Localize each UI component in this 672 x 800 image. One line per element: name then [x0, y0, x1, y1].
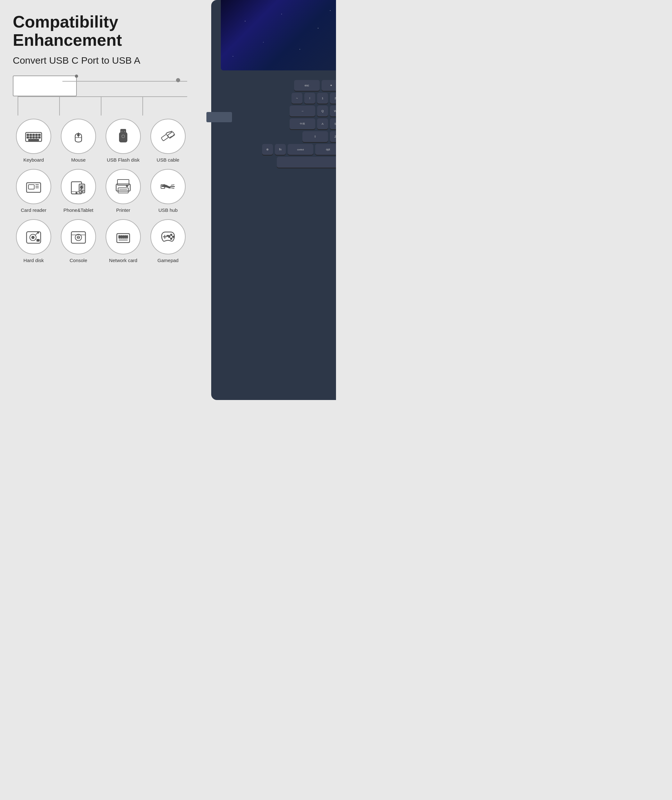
opt-key[interactable]: opt [315, 144, 336, 155]
icon-keyboard: Keyboard [13, 119, 54, 163]
svg-rect-9 [35, 137, 37, 138]
branch-lines [13, 96, 192, 115]
keyboard-area: esc ✦ ~ ! 1 2 → Q W 中/英 A S ⇧ Z [211, 74, 336, 176]
svg-rect-18 [124, 131, 125, 133]
icon-circle-usb-flash [106, 119, 141, 154]
z-key[interactable]: Z [330, 131, 336, 142]
icon-usb-hub: USB hub [147, 169, 189, 213]
w-key[interactable]: W [330, 106, 336, 117]
usb-cable-label: USB cable [157, 157, 179, 163]
svg-rect-60 [126, 235, 128, 238]
svg-point-30 [76, 192, 77, 194]
icon-phone-tablet: Phone&Tablet [58, 169, 99, 213]
network-card-label: Network card [109, 258, 137, 263]
svg-rect-21 [161, 134, 168, 141]
icon-console: Console [58, 219, 99, 263]
svg-rect-49 [37, 239, 39, 241]
svg-rect-5 [38, 134, 40, 136]
screen-stars [221, 0, 336, 70]
svg-line-47 [35, 233, 37, 235]
svg-rect-24 [29, 185, 34, 189]
globe-key[interactable]: ⊕ [262, 144, 273, 155]
vline-3 [101, 96, 101, 115]
caps-key[interactable]: 中/英 [290, 118, 315, 129]
printer-label: Printer [116, 207, 130, 213]
gamepad-label: Gamepad [157, 258, 179, 263]
key-row-caps: 中/英 A S [216, 118, 336, 129]
s-key[interactable]: S [330, 118, 336, 129]
icon-circle-gamepad [150, 219, 186, 254]
icon-circle-mouse [61, 119, 96, 154]
hard-disk-label: Hard disk [23, 258, 43, 263]
subtitle: Convert USB C Port to USB A [13, 55, 198, 66]
vline-1 [18, 96, 18, 115]
laptop-area: esc ✦ ~ ! 1 2 → Q W 中/英 A S ⇧ Z [198, 0, 336, 400]
svg-point-70 [168, 235, 170, 237]
svg-rect-56 [119, 235, 120, 238]
icon-printer: Printer [102, 169, 144, 213]
key-row-shift: ⇧ Z [216, 131, 336, 142]
key-row-space [216, 157, 336, 168]
svg-point-68 [171, 238, 172, 240]
icon-circle-keyboard [16, 119, 51, 154]
content-area: Compatibility Enhancement Convert USB C … [0, 0, 211, 400]
connector-diagram [13, 75, 198, 115]
svg-rect-3 [33, 134, 35, 136]
vline-4 [142, 96, 143, 115]
connect-dot [176, 78, 180, 82]
icon-circle-printer [106, 169, 141, 204]
a-key[interactable]: A [317, 118, 328, 129]
connector-dot [75, 75, 78, 78]
svg-rect-8 [33, 137, 35, 138]
h-line [18, 96, 187, 97]
icon-usb-cable: USB cable [147, 119, 189, 163]
svg-rect-59 [125, 235, 126, 238]
esc-key[interactable]: esc [294, 80, 320, 91]
keyboard-label: Keyboard [23, 157, 44, 163]
icon-circle-network-card [106, 219, 141, 254]
icon-circle-phone-tablet [61, 169, 96, 204]
svg-rect-10 [38, 137, 40, 138]
key-row-tab: → Q W [216, 106, 336, 117]
two-key[interactable]: 2 [330, 93, 336, 104]
key-row-1: esc ✦ [216, 80, 336, 91]
svg-point-65 [171, 234, 172, 236]
key-row-fn: ⊕ fn control opt [216, 144, 336, 155]
icon-circle-console [61, 219, 96, 254]
control-key[interactable]: control [288, 144, 313, 155]
svg-rect-42 [163, 186, 165, 187]
one-key[interactable]: 1 [317, 93, 328, 104]
usb-flash-label: USB Flash disk [107, 157, 140, 163]
svg-rect-34 [117, 179, 129, 185]
svg-point-69 [167, 235, 168, 237]
f1-key[interactable]: ✦ [322, 80, 336, 91]
usb-box [13, 75, 77, 96]
icon-hard-disk: Hard disk [13, 219, 54, 263]
icon-circle-hard-disk [16, 219, 51, 254]
svg-rect-7 [30, 137, 32, 138]
laptop-screen [221, 0, 336, 70]
svg-point-66 [173, 236, 174, 238]
console-label: Console [69, 258, 87, 263]
icons-grid: Keyboard Mouse [13, 119, 198, 263]
laptop-body: esc ✦ ~ ! 1 2 → Q W 中/英 A S ⇧ Z [211, 0, 336, 400]
icon-mouse: Mouse [58, 119, 99, 163]
svg-rect-11 [29, 139, 39, 141]
svg-rect-2 [30, 134, 32, 136]
svg-point-13 [77, 134, 79, 136]
svg-rect-17 [121, 131, 123, 133]
svg-rect-58 [123, 235, 124, 238]
svg-point-33 [82, 191, 83, 192]
svg-rect-1 [27, 134, 29, 136]
fn-key[interactable]: fn [275, 144, 286, 155]
tab-key[interactable]: → [290, 106, 315, 117]
shift-key[interactable]: ⇧ [302, 131, 328, 142]
vline-2 [59, 96, 60, 115]
icon-network-card: Network card [102, 219, 144, 263]
card-reader-label: Card reader [21, 207, 46, 213]
q-key[interactable]: Q [317, 106, 328, 117]
space-key[interactable] [277, 157, 336, 168]
tilde-key[interactable]: ~ [291, 93, 302, 104]
excl-key[interactable]: ! [304, 93, 315, 104]
mouse-label: Mouse [71, 157, 85, 163]
